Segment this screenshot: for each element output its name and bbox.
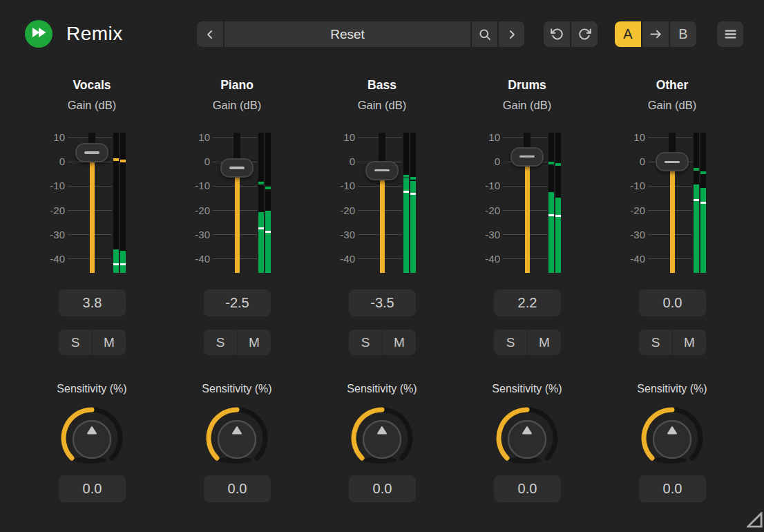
level-meter-right <box>555 133 561 273</box>
gain-fader-handle[interactable] <box>656 152 689 171</box>
solo-button[interactable]: S <box>349 330 382 355</box>
level-meter-right <box>120 133 126 273</box>
meter-level-bar <box>265 211 271 273</box>
gain-fader-and-meter: 100-10-20-30-40 <box>600 134 745 272</box>
fader-track-fill[interactable] <box>525 157 530 273</box>
gain-fader-and-meter: 100-10-20-30-40 <box>164 134 309 272</box>
db-tick-label: -30 <box>309 229 355 241</box>
db-tick-label: 0 <box>19 155 65 168</box>
solo-button[interactable]: S <box>639 330 672 355</box>
gain-fader-and-meter: 100-10-20-30-40 <box>19 134 164 272</box>
sensitivity-knob[interactable] <box>347 403 417 473</box>
sensitivity-knob[interactable] <box>493 403 562 473</box>
meter-level-bar <box>555 198 561 273</box>
db-tick-label: -40 <box>600 253 645 265</box>
db-tick-label: 0 <box>455 155 500 168</box>
fader-handle-line <box>374 169 390 172</box>
gain-label: Gain (dB) <box>19 99 164 112</box>
db-tick-label: 0 <box>309 155 355 168</box>
db-tick-label: -30 <box>164 229 210 241</box>
channel-name: Other <box>600 78 745 93</box>
channel-bass: Bass Gain (dB) 100-10-20-30-40 -3.5 S M … <box>309 0 455 532</box>
level-meter-left <box>258 133 264 273</box>
db-tick-label: 10 <box>600 131 645 144</box>
solo-mute-group: S M <box>59 330 126 355</box>
gain-value-field[interactable]: 2.2 <box>494 289 561 316</box>
solo-button[interactable]: S <box>494 330 527 355</box>
mute-button[interactable]: M <box>383 330 416 355</box>
sensitivity-value-field[interactable]: 0.0 <box>204 475 271 502</box>
db-tick-label: -30 <box>455 229 500 241</box>
solo-mute-group: S M <box>639 330 706 355</box>
meter-rms-mark <box>694 199 699 201</box>
gain-fader-handle[interactable] <box>365 161 399 180</box>
resize-grip[interactable] <box>747 512 763 531</box>
gain-value-field[interactable]: -3.5 <box>349 289 416 316</box>
gain-fader-handle[interactable] <box>75 143 108 162</box>
meter-level-bar <box>694 184 699 273</box>
level-meter-left <box>113 133 119 273</box>
meter-rms-mark <box>265 231 271 233</box>
fader-track-fill[interactable] <box>235 168 240 273</box>
meter-peak-mark <box>113 158 119 161</box>
fader-handle-line <box>665 161 680 164</box>
db-tick-label: 0 <box>600 155 645 168</box>
sensitivity-value-field[interactable]: 0.0 <box>59 475 126 502</box>
db-tick-label: -10 <box>19 180 65 192</box>
gain-label: Gain (dB) <box>309 99 455 112</box>
meter-peak-mark <box>410 177 416 180</box>
db-tick-label: -10 <box>455 180 500 192</box>
gain-value-field[interactable]: 0.0 <box>639 289 706 316</box>
level-meter-left <box>548 133 554 273</box>
db-tick-label: -20 <box>600 205 645 217</box>
mute-button[interactable]: M <box>528 330 561 355</box>
mute-button[interactable]: M <box>93 330 126 355</box>
meter-rms-mark <box>700 202 706 204</box>
channel-drums: Drums Gain (dB) 100-10-20-30-40 2.2 S M … <box>455 0 600 532</box>
meter-peak-mark <box>403 175 409 178</box>
db-tick-label: 10 <box>19 131 65 144</box>
meter-level-bar <box>120 251 126 273</box>
level-meter-left <box>403 133 409 273</box>
fader-track-fill[interactable] <box>380 171 385 273</box>
mute-button[interactable]: M <box>238 330 271 355</box>
fader-track-fill[interactable] <box>90 153 95 273</box>
db-tick-label: -40 <box>19 253 65 265</box>
meter-rms-mark <box>113 263 119 265</box>
solo-button[interactable]: S <box>59 330 92 355</box>
gain-fader-and-meter: 100-10-20-30-40 <box>455 134 600 272</box>
solo-button[interactable]: S <box>204 330 237 355</box>
fader-track-fill[interactable] <box>670 162 675 273</box>
gain-fader-and-meter: 100-10-20-30-40 <box>309 134 455 272</box>
meter-rms-mark <box>555 215 561 217</box>
mute-button[interactable]: M <box>673 330 706 355</box>
level-meter-right <box>265 133 271 273</box>
meter-peak-mark <box>258 182 264 184</box>
meter-level-bar <box>410 181 416 273</box>
meter-rms-mark <box>403 191 409 193</box>
sensitivity-knob[interactable] <box>57 403 126 473</box>
sensitivity-value-field[interactable]: 0.0 <box>349 475 416 502</box>
gain-value-field[interactable]: -2.5 <box>204 289 271 316</box>
solo-mute-group: S M <box>349 330 416 355</box>
db-tick-label: -10 <box>600 180 645 192</box>
sensitivity-value-field[interactable]: 0.0 <box>639 475 706 502</box>
channel-name: Piano <box>164 78 309 93</box>
sensitivity-value-field[interactable]: 0.0 <box>494 475 561 502</box>
remix-plugin-window: Remix Reset A B Vo <box>0 0 764 532</box>
meter-rms-mark <box>410 193 416 195</box>
sensitivity-knob[interactable] <box>202 403 271 473</box>
gain-fader-handle[interactable] <box>220 158 254 178</box>
db-tick-label: -30 <box>19 229 65 241</box>
channel-name: Drums <box>455 78 600 93</box>
level-meter-right <box>700 133 706 273</box>
gain-label: Gain (dB) <box>600 99 745 112</box>
sensitivity-knob[interactable] <box>638 403 707 473</box>
db-tick-label: -20 <box>309 205 355 217</box>
channel-other: Other Gain (dB) 100-10-20-30-40 0.0 S M … <box>600 0 745 532</box>
db-tick-label: -30 <box>600 229 645 241</box>
sensitivity-label: Sensitivity (%) <box>309 383 455 395</box>
gain-fader-handle[interactable] <box>510 147 544 167</box>
gain-value-field[interactable]: 3.8 <box>59 289 126 316</box>
fader-handle-line <box>519 155 535 158</box>
